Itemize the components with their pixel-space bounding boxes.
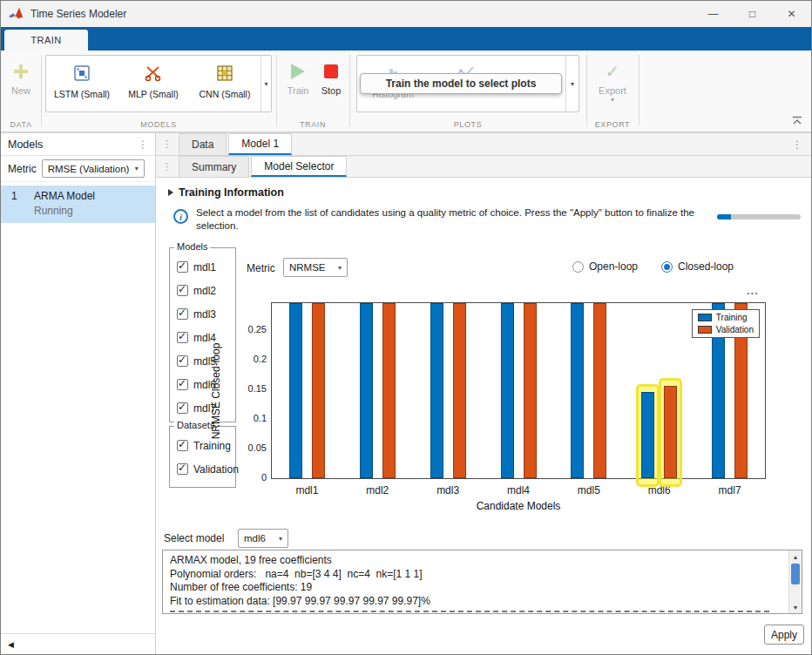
gallery-item-mlp[interactable]: MLP (Small) bbox=[118, 61, 189, 99]
y-tick-label: 0.25 bbox=[232, 324, 267, 334]
chevron-down-icon: ▾ bbox=[338, 264, 342, 272]
tab-model-1[interactable]: Model 1 bbox=[228, 133, 292, 155]
tab-model-selector[interactable]: Model Selector bbox=[251, 156, 347, 177]
model-list-item-selected[interactable]: 1 ARMA Model Running bbox=[1, 186, 155, 223]
legend-swatch bbox=[698, 326, 712, 334]
models-browser-panel: Models ⋮ Metric RMSE (Validation) ▾ 1 AR… bbox=[1, 132, 156, 654]
scroll-up-button[interactable]: ▲ bbox=[789, 550, 802, 563]
output-scrollbar[interactable]: ▲ ▼ bbox=[788, 550, 802, 613]
chart-bar[interactable] bbox=[312, 303, 325, 478]
details-line: Number of free coefficients: 19 bbox=[170, 581, 782, 595]
tab-data[interactable]: Data bbox=[179, 133, 227, 155]
model-checkbox-row[interactable]: mdl7 bbox=[170, 396, 235, 420]
toolstrip: New DATA bbox=[1, 51, 811, 132]
progress-fill bbox=[717, 214, 731, 219]
drag-handle-icon[interactable]: ⋮ bbox=[162, 161, 172, 172]
chart-bar[interactable] bbox=[593, 303, 606, 478]
radio-icon[interactable] bbox=[572, 261, 584, 273]
maximize-button[interactable]: □ bbox=[733, 1, 772, 27]
chart-bar[interactable] bbox=[453, 303, 466, 478]
chart-bar[interactable] bbox=[524, 303, 537, 478]
checkbox-icon[interactable] bbox=[177, 261, 188, 273]
model-checkbox-row[interactable]: mdl3 bbox=[170, 302, 235, 326]
models-gallery-expand-button[interactable]: ▾ bbox=[261, 56, 271, 111]
plots-tooltip: Train the model to select plots bbox=[360, 73, 562, 94]
closed-loop-radio[interactable]: Closed-loop bbox=[661, 260, 734, 273]
legend-entry: Validation bbox=[698, 325, 754, 334]
close-button[interactable]: ✕ bbox=[772, 1, 811, 27]
model-checkbox-row[interactable]: mdl6 bbox=[170, 373, 235, 396]
panel-menu-icon[interactable]: ⋮ bbox=[138, 138, 148, 151]
model-name: ARMA Model bbox=[34, 190, 95, 202]
play-icon bbox=[291, 64, 305, 79]
models-panel-title: Models bbox=[8, 138, 138, 151]
training-information-header[interactable]: Training Information bbox=[168, 186, 284, 199]
checkbox-icon[interactable] bbox=[177, 308, 188, 320]
checkbox-icon[interactable] bbox=[177, 332, 188, 343]
collapse-toolstrip-button[interactable] bbox=[790, 114, 804, 126]
checkmark-icon: ✓ bbox=[606, 63, 620, 80]
view-tabbar: ⋮ Summary Model Selector bbox=[156, 156, 811, 178]
metric-row: Metric RMSE (Validation) ▾ bbox=[1, 156, 155, 182]
train-button[interactable]: Train bbox=[281, 60, 315, 96]
checkbox-icon[interactable] bbox=[177, 402, 188, 414]
chart-bar[interactable] bbox=[571, 303, 584, 478]
titlebar: Time Series Modeler — □ ✕ bbox=[1, 1, 811, 27]
checkbox-icon[interactable] bbox=[177, 285, 188, 296]
model-checkbox-row[interactable]: mdl5 bbox=[170, 349, 235, 373]
model-checkbox-row[interactable]: mdl4 bbox=[170, 326, 235, 349]
cnn-network-icon bbox=[189, 61, 261, 85]
chart-bar[interactable] bbox=[664, 386, 677, 478]
models-panel-header: Models ⋮ bbox=[1, 133, 155, 156]
select-model-dropdown[interactable]: mdl6 ▾ bbox=[238, 529, 288, 548]
details-line: ARMAX model, 19 free coefficients bbox=[170, 554, 782, 568]
chart-bar[interactable] bbox=[430, 303, 443, 478]
tab-summary[interactable]: Summary bbox=[179, 156, 249, 177]
dataset-checkbox-row[interactable]: Validation bbox=[170, 457, 235, 481]
chart-options-menu[interactable]: ... bbox=[747, 284, 759, 297]
radio-icon[interactable] bbox=[661, 261, 673, 273]
open-loop-radio[interactable]: Open-loop bbox=[572, 260, 638, 273]
model-status: Running bbox=[34, 205, 73, 217]
checkbox-icon[interactable] bbox=[177, 463, 188, 475]
checkbox-icon[interactable] bbox=[177, 379, 188, 390]
chart-bar[interactable] bbox=[382, 303, 396, 478]
chart-legend: TrainingValidation bbox=[692, 309, 760, 338]
chart-bar[interactable] bbox=[641, 392, 654, 478]
stop-icon bbox=[324, 64, 338, 78]
chart-bar[interactable] bbox=[360, 303, 373, 478]
model-checkbox-row[interactable]: mdl1 bbox=[170, 255, 235, 279]
tabbar-menu-icon[interactable]: ⋮ bbox=[792, 138, 802, 151]
model-checkbox-row[interactable]: mdl2 bbox=[170, 279, 235, 302]
y-tick-label: 0.15 bbox=[232, 383, 267, 394]
tab-train[interactable]: TRAIN bbox=[4, 30, 88, 51]
training-progress-bar bbox=[717, 214, 801, 219]
metric-dropdown[interactable]: RMSE (Validation) ▾ bbox=[42, 159, 145, 178]
chevron-down-icon: ▾ bbox=[264, 80, 267, 88]
checkbox-icon[interactable] bbox=[177, 440, 188, 451]
minimize-button[interactable]: — bbox=[694, 1, 733, 27]
drag-handle-icon[interactable]: ⋮ bbox=[162, 138, 172, 150]
gallery-item-lstm[interactable]: LSTM (Small) bbox=[46, 61, 118, 99]
section-export: ✓ Export ▾ EXPORT bbox=[586, 51, 639, 132]
chart-bar[interactable] bbox=[501, 303, 514, 478]
export-button[interactable]: ✓ Export ▾ bbox=[595, 60, 630, 104]
x-tick-label: mdl5 bbox=[563, 484, 615, 496]
scroll-down-button[interactable]: ▼ bbox=[789, 601, 802, 613]
y-tick-label: 0.2 bbox=[232, 354, 267, 364]
scrollbar-thumb[interactable] bbox=[791, 564, 800, 584]
gallery-item-cnn[interactable]: CNN (Small) bbox=[189, 61, 261, 99]
checkbox-icon[interactable] bbox=[177, 355, 188, 367]
plots-gallery-expand-button[interactable]: ▾ bbox=[565, 56, 579, 111]
apply-button[interactable]: Apply bbox=[764, 625, 804, 645]
new-button[interactable]: New bbox=[3, 60, 38, 96]
chart-metric-dropdown[interactable]: NRMSE ▾ bbox=[283, 258, 348, 277]
stop-button[interactable]: Stop bbox=[314, 60, 348, 96]
ribbon-tab-band: TRAIN bbox=[1, 27, 811, 51]
info-text: Select a model from the list of candidat… bbox=[196, 206, 701, 233]
chart-bar[interactable] bbox=[289, 303, 302, 478]
dataset-checkbox-row[interactable]: Training bbox=[170, 434, 235, 457]
chart-plot-area[interactable]: TrainingValidation 00.050.10.150.20.25md… bbox=[271, 302, 766, 479]
collapse-panel-icon[interactable]: ◀ bbox=[8, 640, 14, 649]
lstm-network-icon bbox=[46, 61, 118, 85]
